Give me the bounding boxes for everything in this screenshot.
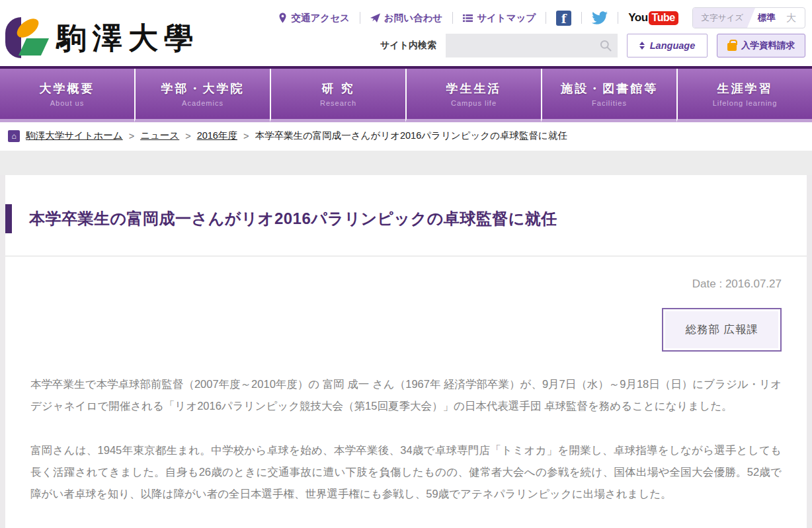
sitemap-link[interactable]: サイトマップ: [463, 12, 536, 24]
font-size-large-button[interactable]: 大: [782, 12, 805, 24]
language-label: Language: [650, 40, 695, 51]
breadcrumb-home-link[interactable]: 駒澤大学サイトホーム: [26, 130, 123, 142]
department-button[interactable]: 総務部 広報課: [662, 308, 782, 352]
university-logo-mark-icon: [4, 15, 48, 61]
access-link[interactable]: 交通アクセス: [278, 12, 349, 24]
nav-about-en: About us: [50, 99, 84, 107]
admission-request-label: 入学資料請求: [741, 40, 795, 52]
home-icon: ⌂: [8, 130, 20, 142]
page: 駒澤大學 交通アクセス お問い合わせ サイトマップ f: [0, 0, 812, 528]
nav-item-campus-life[interactable]: 学生生活 Campus life: [405, 69, 541, 122]
divider: [546, 12, 546, 24]
nav-academics-en: Academics: [182, 99, 223, 107]
up-down-icon: [639, 42, 645, 50]
map-pin-icon: [278, 13, 287, 23]
breadcrumb-year-link[interactable]: 2016年度: [197, 130, 237, 142]
font-size-control: 文字サイズ 標準 大: [692, 7, 805, 28]
facebook-icon[interactable]: f: [556, 11, 571, 26]
divider: [618, 12, 618, 24]
article-paragraph: 富岡さんは、1945年東京都生まれ。中学校から卓球を始め、本学卒業後、34歳で卓…: [30, 439, 782, 505]
contact-link[interactable]: お問い合わせ: [370, 12, 442, 24]
site-search-label: サイト内検索: [380, 40, 436, 52]
divider: [360, 12, 360, 24]
header-right: 交通アクセス お問い合わせ サイトマップ f: [278, 0, 805, 66]
logo-green-shape: [19, 38, 49, 56]
breadcrumb-news-link[interactable]: ニュース: [140, 130, 179, 142]
font-size-standard-button[interactable]: 標準: [755, 12, 782, 24]
font-size-label: 文字サイズ: [693, 8, 755, 28]
search-input[interactable]: [446, 34, 618, 57]
contact-label: お問い合わせ: [384, 12, 442, 24]
nav-facilities-jp: 施設・図書館等: [561, 81, 658, 96]
youtube-tube-text: Tube: [649, 11, 678, 25]
nav-item-academics[interactable]: 学部・大学院 Academics: [134, 69, 270, 122]
utility-nav: 交通アクセス お問い合わせ サイトマップ f: [278, 8, 805, 28]
search-icon[interactable]: [599, 39, 612, 52]
sitemap-icon: [463, 14, 473, 22]
search-box: [446, 34, 618, 57]
nav-item-about[interactable]: 大学概要 About us: [0, 69, 134, 122]
paper-plane-icon: [370, 13, 380, 22]
breadcrumb-separator: >: [185, 131, 190, 141]
nav-lifelong-en: Lifelong learning: [713, 99, 778, 107]
university-logo-link[interactable]: 駒澤大學: [4, 0, 200, 66]
bag-icon: [727, 43, 737, 51]
admission-request-button[interactable]: 入学資料請求: [717, 34, 805, 57]
title-block: 本学卒業生の富岡成一さんがリオ2016パラリンピックの卓球監督に就任: [5, 175, 807, 256]
twitter-icon[interactable]: [592, 11, 608, 24]
nav-about-jp: 大学概要: [40, 81, 95, 96]
main-nav: 大学概要 About us 学部・大学院 Academics 研 究 Resea…: [0, 66, 812, 122]
article-body: Date : 2016.07.27 総務部 広報課 本学卒業生で本学卓球部前監督…: [5, 278, 807, 505]
logo-purple-shape: [5, 17, 21, 58]
nav-item-facilities[interactable]: 施設・図書館等 Facilities: [541, 69, 676, 122]
breadcrumb-current-page: 本学卒業生の富岡成一さんがリオ2016パラリンピックの卓球監督に就任: [255, 130, 567, 142]
article-paragraph: 本学卒業生で本学卓球部前監督（2007年度～2010年度）の 富岡 成一 さん（…: [30, 373, 782, 417]
spacer-band: [0, 151, 812, 175]
youtube-icon[interactable]: You Tube: [628, 11, 678, 25]
divider: [452, 12, 453, 24]
language-button[interactable]: Language: [627, 34, 708, 57]
site-header: 駒澤大學 交通アクセス お問い合わせ サイトマップ f: [0, 0, 812, 66]
breadcrumb-separator: >: [129, 131, 134, 141]
sitemap-label: サイトマップ: [477, 12, 536, 24]
nav-research-jp: 研 究: [321, 81, 354, 96]
breadcrumb-separator: >: [243, 131, 249, 141]
nav-item-lifelong-learning[interactable]: 生涯学習 Lifelong learning: [676, 69, 812, 122]
nav-academics-jp: 学部・大学院: [161, 81, 245, 96]
article-date: Date : 2016.07.27: [30, 278, 782, 291]
nav-facilities-en: Facilities: [592, 99, 627, 107]
access-label: 交通アクセス: [291, 12, 349, 24]
university-name: 駒澤大學: [57, 17, 200, 58]
nav-campus-life-en: Campus life: [451, 99, 497, 107]
content-card: 本学卒業生の富岡成一さんがリオ2016パラリンピックの卓球監督に就任 Date …: [5, 175, 807, 528]
nav-item-research[interactable]: 研 究 Research: [270, 69, 405, 122]
nav-campus-life-jp: 学生生活: [446, 81, 502, 96]
nav-lifelong-jp: 生涯学習: [717, 81, 773, 96]
search-row: サイト内検索 Language 入学資料請求: [380, 34, 805, 57]
title-accent-bar: [5, 204, 12, 233]
divider: [581, 12, 582, 24]
department-row: 総務部 広報課: [30, 308, 782, 352]
nav-research-en: Research: [320, 99, 356, 107]
department-label: 総務部 広報課: [665, 311, 778, 348]
page-title: 本学卒業生の富岡成一さんがリオ2016パラリンピックの卓球監督に就任: [29, 208, 557, 229]
breadcrumb: ⌂ 駒澤大学サイトホーム > ニュース > 2016年度 > 本学卒業生の富岡成…: [0, 122, 812, 151]
youtube-you-text: You: [628, 11, 647, 24]
twitter-bird: [592, 11, 608, 24]
